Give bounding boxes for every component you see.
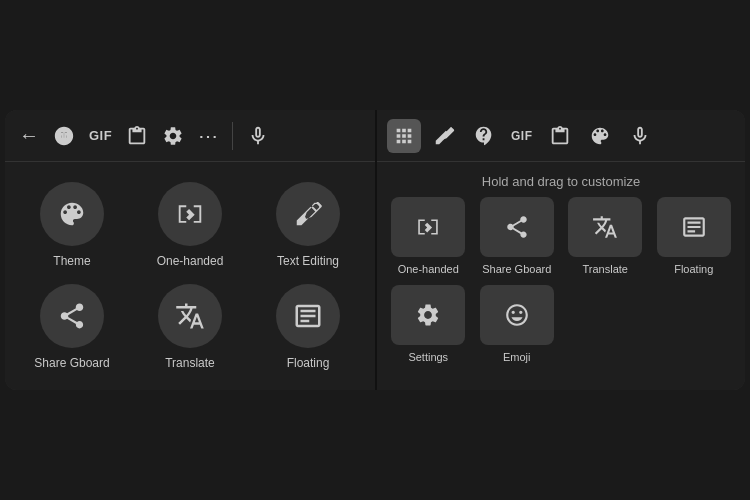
text-editing-item: Text Editing [257, 182, 359, 268]
theme-label: Theme [53, 254, 90, 268]
clipboard-icon-right[interactable] [543, 119, 577, 153]
settings-button-right[interactable] [391, 285, 465, 345]
floating-label-left: Floating [287, 356, 330, 370]
clipboard-icon-left[interactable] [126, 125, 148, 147]
theme-item: Theme [21, 182, 123, 268]
text-edit-icon-right[interactable] [427, 119, 461, 153]
one-handed-item-right: One-handed [389, 197, 468, 275]
floating-button-left[interactable] [276, 284, 340, 348]
translate-button-right[interactable] [568, 197, 642, 257]
sticker-icon[interactable] [53, 125, 75, 147]
settings-label-right: Settings [408, 351, 448, 363]
emoji-item-right: Emoji [478, 285, 557, 363]
right-toolbar: GIF [377, 110, 745, 162]
svg-point-2 [60, 132, 63, 135]
floating-item-right: Floating [655, 197, 734, 275]
share-button-left[interactable] [40, 284, 104, 348]
share-label-left: Share Gboard [34, 356, 109, 370]
palette-icon-right[interactable] [583, 119, 617, 153]
emoji-label-right: Emoji [503, 351, 531, 363]
floating-button-right[interactable] [657, 197, 731, 257]
text-editing-label: Text Editing [277, 254, 339, 268]
floating-item-left: Floating [257, 284, 359, 370]
text-editing-button[interactable] [276, 182, 340, 246]
apps-icon-right[interactable] [387, 119, 421, 153]
left-icon-grid: Theme One-handed Text Editing [5, 162, 375, 390]
translate-button-left[interactable] [158, 284, 222, 348]
back-button[interactable]: ← [19, 124, 39, 147]
one-handed-item-left: One-handed [139, 182, 241, 268]
translate-label-left: Translate [165, 356, 215, 370]
panel-wrapper: ← GIF ⋯ [5, 110, 745, 390]
hint-text: Hold and drag to customize [377, 162, 745, 197]
gif-label-right[interactable]: GIF [507, 129, 537, 143]
sticker-icon-right[interactable] [467, 119, 501, 153]
theme-button[interactable] [40, 182, 104, 246]
translate-label-right: Translate [583, 263, 628, 275]
gif-label-left[interactable]: GIF [89, 128, 112, 143]
floating-label-right: Floating [674, 263, 713, 275]
settings-item-right: Settings [389, 285, 468, 363]
right-panel: GIF Hold and drag to customize [375, 110, 745, 390]
mic-icon-right[interactable] [623, 119, 657, 153]
share-button-right[interactable] [480, 197, 554, 257]
one-handed-button-left[interactable] [158, 182, 222, 246]
share-item-right: Share Gboard [478, 197, 557, 275]
settings-icon-left[interactable] [162, 125, 184, 147]
mic-icon-left[interactable] [247, 125, 269, 147]
share-item-left: Share Gboard [21, 284, 123, 370]
one-handed-label-left: One-handed [157, 254, 224, 268]
one-handed-label-right: One-handed [398, 263, 459, 275]
keyboard-container: ← GIF ⋯ [0, 0, 750, 500]
translate-item-right: Translate [566, 197, 645, 275]
translate-item-left: Translate [139, 284, 241, 370]
left-toolbar: ← GIF ⋯ [5, 110, 375, 162]
toolbar-divider [232, 122, 233, 150]
more-icon-left[interactable]: ⋯ [198, 124, 218, 148]
share-label-right: Share Gboard [482, 263, 551, 275]
left-panel: ← GIF ⋯ [5, 110, 375, 390]
emoji-button-right[interactable] [480, 285, 554, 345]
svg-point-3 [65, 132, 68, 135]
one-handed-button-right[interactable] [391, 197, 465, 257]
right-icon-grid: One-handed Share Gboard Translate [377, 197, 745, 375]
